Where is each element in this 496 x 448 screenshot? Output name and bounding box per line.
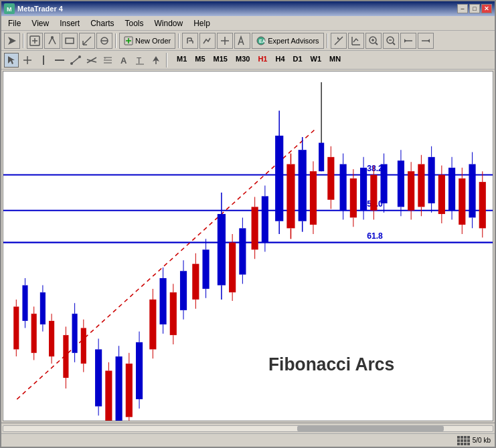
- chart-area[interactable]: 38.2 50.0 61.8: [3, 71, 493, 421]
- close-button[interactable]: ✕: [481, 4, 492, 13]
- tool-cursor[interactable]: [4, 53, 19, 68]
- svg-rect-183: [438, 175, 445, 214]
- svg-text:61.8: 61.8: [367, 231, 383, 241]
- menu-help[interactable]: Help: [188, 17, 216, 29]
- tool-text[interactable]: A: [116, 53, 131, 68]
- toolbar-arrow[interactable]: [4, 33, 20, 49]
- toolbar-btn-5[interactable]: [96, 33, 112, 49]
- svg-rect-121: [202, 249, 209, 289]
- svg-marker-27: [337, 37, 340, 39]
- tf-m5[interactable]: M5: [191, 53, 209, 67]
- svg-rect-165: [370, 175, 377, 210]
- tf-m1[interactable]: M1: [173, 53, 191, 67]
- menu-charts[interactable]: Charts: [85, 17, 119, 29]
- svg-rect-136: [262, 196, 268, 242]
- svg-rect-76: [40, 292, 46, 324]
- svg-rect-177: [418, 164, 424, 207]
- svg-rect-156: [340, 164, 347, 210]
- scrollbar-thumb[interactable]: [297, 426, 444, 431]
- svg-rect-94: [105, 370, 112, 421]
- timeframe-group: M1 M5 M15 M30 H1 H4 D1 W1 MN: [173, 53, 345, 67]
- tf-h1[interactable]: H1: [254, 53, 271, 67]
- menu-bar: File View Insert Charts Tools Window Hel…: [1, 16, 495, 31]
- toolbar-btn-7[interactable]: [199, 33, 216, 49]
- svg-rect-106: [149, 300, 156, 350]
- grid-icon: [457, 436, 470, 445]
- new-order-button[interactable]: New Order: [119, 33, 175, 49]
- tf-h4[interactable]: H4: [271, 53, 288, 67]
- svg-line-8: [83, 37, 91, 45]
- svg-rect-189: [459, 179, 465, 225]
- tool-horizontal-line[interactable]: [52, 53, 67, 68]
- svg-rect-88: [81, 328, 86, 364]
- svg-text:38.2: 38.2: [367, 164, 383, 173]
- menu-view[interactable]: View: [26, 17, 54, 29]
- toolbar-btn-8[interactable]: [217, 33, 233, 49]
- toolbar-btn-1[interactable]: [27, 33, 43, 49]
- toolbar-btn-4[interactable]: [79, 33, 95, 49]
- menu-insert[interactable]: Insert: [54, 17, 85, 29]
- toolbar-btn-6[interactable]: [182, 33, 198, 49]
- tool-channel[interactable]: [84, 53, 99, 68]
- tool-arrow[interactable]: [149, 53, 163, 68]
- toolbar-zoom-in[interactable]: [365, 33, 382, 49]
- tf-d1[interactable]: D1: [289, 53, 307, 67]
- toolbar-sep-2: [115, 33, 116, 48]
- svg-rect-133: [252, 207, 258, 249]
- minimize-button[interactable]: –: [457, 4, 468, 13]
- toolbar-drawing: F A T M1 M5 M15 M30 H1 H4 D1 W1 MN: [1, 51, 495, 70]
- svg-rect-112: [170, 292, 177, 335]
- svg-rect-7: [66, 38, 74, 43]
- svg-marker-2: [8, 37, 16, 45]
- tool-fibonacci[interactable]: F: [100, 53, 115, 68]
- tf-mn[interactable]: MN: [325, 53, 345, 67]
- tool-label[interactable]: T: [133, 53, 147, 68]
- toolbar-zoom-out[interactable]: [383, 33, 399, 49]
- svg-line-46: [72, 57, 80, 64]
- svg-rect-100: [126, 364, 133, 417]
- svg-line-26: [335, 37, 343, 45]
- window-controls: – □ ✕: [457, 4, 492, 13]
- toolbar-btn-3[interactable]: [62, 33, 78, 49]
- app-icon: M: [4, 3, 15, 14]
- tool-vertical-line[interactable]: [36, 53, 51, 68]
- svg-rect-152: [319, 143, 324, 172]
- toolbar-btn-13[interactable]: [418, 33, 434, 49]
- svg-rect-186: [448, 168, 455, 211]
- chart-scrollbar[interactable]: [1, 423, 495, 433]
- svg-rect-73: [31, 314, 37, 353]
- toolbar-sep-1: [23, 33, 24, 48]
- toolbar-main: New Order EA Expert Advisors: [1, 31, 495, 51]
- svg-rect-148: [310, 171, 317, 225]
- svg-rect-153: [327, 157, 334, 200]
- toolbar-btn-12[interactable]: [400, 33, 416, 49]
- new-order-label: New Order: [135, 37, 171, 45]
- svg-point-6: [51, 36, 54, 39]
- scrollbar-track[interactable]: [3, 425, 493, 432]
- tool-crosshair[interactable]: [20, 53, 35, 68]
- expert-advisors-label: Expert Advisors: [268, 37, 319, 45]
- menu-file[interactable]: File: [3, 17, 26, 29]
- tf-m15[interactable]: M15: [210, 53, 232, 67]
- maximize-button[interactable]: □: [469, 4, 480, 13]
- title-bar-left: M MetaTrader 4: [4, 3, 63, 14]
- expert-advisors-button[interactable]: EA Expert Advisors: [252, 33, 323, 49]
- menu-tools[interactable]: Tools: [120, 17, 149, 29]
- svg-rect-192: [469, 164, 475, 217]
- tf-w1[interactable]: W1: [307, 53, 326, 67]
- tool-trendline[interactable]: [68, 53, 83, 68]
- svg-rect-70: [22, 286, 27, 321]
- svg-rect-82: [63, 335, 68, 378]
- toolbar-btn-2[interactable]: [44, 33, 60, 49]
- toolbar-btn-11[interactable]: [348, 33, 364, 49]
- menu-window[interactable]: Window: [149, 17, 189, 29]
- svg-marker-38: [404, 39, 406, 43]
- main-window: M MetaTrader 4 – □ ✕ File View Insert Ch…: [0, 0, 496, 448]
- status-bar: 5/0 kb: [1, 433, 495, 447]
- svg-text:A: A: [120, 55, 127, 66]
- svg-rect-103: [136, 342, 143, 399]
- toolbar-btn-9[interactable]: [234, 33, 250, 49]
- tf-m30[interactable]: M30: [232, 53, 254, 67]
- svg-rect-79: [49, 321, 54, 356]
- toolbar-btn-10[interactable]: [331, 33, 347, 49]
